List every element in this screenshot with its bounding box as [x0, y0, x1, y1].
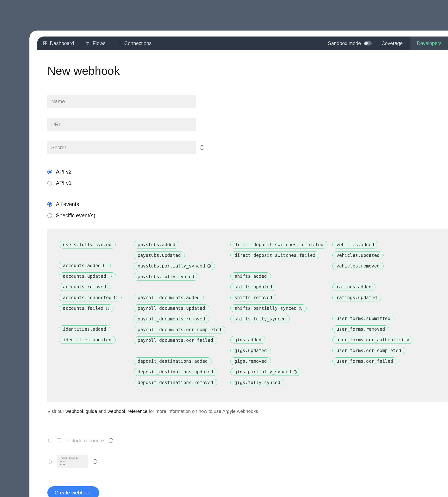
page-title: New webhook — [47, 64, 427, 77]
event-scope-group: All events Specific event(s) — [47, 201, 427, 219]
event-pill[interactable]: user_forms.ocr_authenticity — [332, 336, 413, 344]
events-col-3: direct_deposit_switches.completeddirect_… — [230, 241, 332, 389]
radio-api-v1[interactable]: API v1 — [47, 180, 427, 186]
event-pill[interactable]: deposit_destinations.updated — [134, 368, 217, 376]
event-pill-label: ratings.updated — [336, 295, 377, 300]
event-pill[interactable]: shifts.added — [230, 272, 271, 280]
include-resource-row: Include resource i — [47, 438, 427, 444]
event-pill[interactable]: paystubs.fully_synced — [134, 273, 198, 281]
event-pill-label: user_forms.submitted — [336, 316, 390, 321]
event-pill-label: accounts.updated — [63, 274, 106, 279]
info-icon[interactable]: i — [200, 145, 204, 150]
event-pill[interactable]: gigs.fully_synced — [230, 379, 284, 386]
event-pill[interactable]: accounts.removed — [59, 283, 110, 291]
days-synced-input[interactable]: Days synced 30 — [57, 455, 88, 468]
event-pill-label: ratings.added — [336, 284, 371, 289]
info-icon[interactable]: i — [93, 459, 97, 464]
event-pill[interactable]: payroll_documents.ocr_completed — [134, 326, 225, 333]
event-pill[interactable]: gigs.added — [230, 336, 265, 344]
name-input[interactable] — [47, 95, 196, 108]
clock-icon — [299, 306, 303, 310]
nav-dashboard[interactable]: Dashboard — [43, 41, 74, 46]
create-webhook-button[interactable]: Create webhook — [47, 486, 99, 497]
nav-connections-label: Connections — [124, 41, 152, 46]
event-pill-label: direct_deposit_switches.failed — [234, 253, 315, 258]
webhook-reference-link[interactable]: webhook reference — [108, 409, 147, 414]
event-pill[interactable]: gigs.updated — [230, 347, 271, 354]
radio-specific-events[interactable]: Specific event(s) — [47, 213, 427, 219]
event-pill-label: gigs.updated — [234, 348, 267, 353]
radio-api-v2[interactable]: API v2 — [47, 169, 427, 175]
braces-icon — [114, 296, 118, 299]
event-pill[interactable]: vehicles.added — [332, 241, 378, 248]
event-pill[interactable]: direct_deposit_switches.failed — [230, 251, 319, 259]
event-pill[interactable]: ratings.added — [332, 283, 375, 291]
event-pill[interactable]: payroll_documents.updated — [134, 304, 209, 312]
event-pill[interactable]: shifts.partially_synced — [230, 304, 306, 312]
days-synced-value: 30 — [60, 460, 85, 466]
event-pill[interactable]: ratings.updated — [332, 294, 381, 301]
event-pill[interactable]: payroll_documents.added — [134, 294, 204, 301]
event-pill[interactable]: vehicles.removed — [332, 262, 384, 270]
content: New webhook i API v2 API v1 All events S… — [47, 64, 427, 497]
radio-label: API v1 — [56, 180, 72, 186]
nav-flows[interactable]: Flows — [86, 41, 106, 46]
event-pill[interactable]: accounts.added — [59, 262, 111, 269]
event-pill[interactable]: direct_deposit_switches.completed — [230, 241, 327, 248]
dashboard-icon — [43, 41, 47, 46]
event-pill[interactable]: accounts.updated — [59, 272, 116, 280]
event-pill[interactable]: accounts.connected — [59, 294, 122, 301]
event-pill-label: deposit_destinations.updated — [138, 369, 213, 374]
event-pill-label: shifts.updated — [234, 284, 272, 289]
event-pill[interactable]: payroll_documents.ocr_failed — [134, 336, 217, 344]
event-pill[interactable]: shifts.fully_synced — [230, 315, 290, 323]
event-pill[interactable]: user_forms.ocr_failed — [332, 357, 397, 365]
event-pill[interactable]: payroll_documents.removed — [134, 315, 209, 323]
event-pill-label: accounts.failed — [63, 306, 103, 311]
info-icon[interactable]: i — [109, 438, 113, 443]
event-pill[interactable]: user_forms.submitted — [332, 315, 394, 322]
event-pill[interactable]: identities.updated — [59, 336, 116, 344]
include-resource-checkbox[interactable] — [57, 438, 62, 443]
event-pill[interactable]: identities.added — [59, 325, 110, 333]
url-input[interactable] — [47, 118, 196, 131]
webhook-guide-link[interactable]: webhook guide — [65, 409, 97, 414]
event-pill-label: vehicles.added — [336, 242, 374, 247]
nav-coverage[interactable]: Coverage — [382, 41, 403, 46]
event-pill[interactable]: vehicles.updated — [332, 251, 384, 259]
sandbox-label: Sandbox mode — [328, 41, 361, 46]
event-pill[interactable]: paystubs.updated — [134, 251, 185, 259]
event-pill[interactable]: gigs.partially_synced — [230, 368, 301, 376]
nav-dashboard-label: Dashboard — [50, 41, 74, 46]
radio-all-events[interactable]: All events — [47, 201, 427, 207]
event-pill[interactable]: gigs.removed — [230, 357, 271, 365]
event-pill[interactable]: paystubs.added — [134, 241, 179, 248]
event-pill[interactable]: accounts.failed — [59, 304, 113, 312]
events-box: users.fully_syncedaccounts.addedaccounts… — [47, 229, 448, 402]
event-pill-label: user_forms.ocr_authenticity — [336, 337, 409, 342]
event-pill[interactable]: shifts.updated — [230, 283, 276, 291]
event-pill[interactable]: user_forms.ocr_completed — [332, 347, 405, 354]
event-pill[interactable]: users.fully_synced — [59, 241, 116, 248]
event-pill[interactable]: deposit_destinations.added — [134, 357, 212, 365]
event-pill[interactable]: user_forms.removed — [332, 325, 389, 333]
svg-rect-3 — [46, 44, 47, 45]
events-col-1: users.fully_syncedaccounts.addedaccounts… — [59, 241, 134, 389]
secret-input[interactable] — [47, 141, 196, 154]
event-pill-label: payroll_documents.ocr_completed — [138, 327, 221, 332]
nav-connections[interactable]: Connections — [118, 41, 152, 46]
event-pill-label: accounts.added — [63, 263, 101, 268]
event-pill-label: shifts.removed — [234, 295, 272, 300]
sandbox-toggle[interactable] — [364, 41, 372, 46]
clock-icon — [293, 370, 297, 374]
nav-developers[interactable]: Developers — [410, 36, 448, 50]
event-pill-label: payroll_documents.removed — [138, 316, 205, 321]
event-pill[interactable]: deposit_destinations.removed — [134, 379, 217, 386]
clock-icon — [207, 264, 211, 268]
event-pill[interactable]: shifts.removed — [230, 294, 276, 301]
event-pill-label: payroll_documents.ocr_failed — [138, 338, 213, 343]
radio-icon — [47, 181, 52, 185]
event-pill[interactable]: paystubs.partially_synced — [134, 262, 215, 270]
event-pill-label: paystubs.partially_synced — [138, 264, 205, 268]
radio-label: API v2 — [56, 169, 72, 175]
